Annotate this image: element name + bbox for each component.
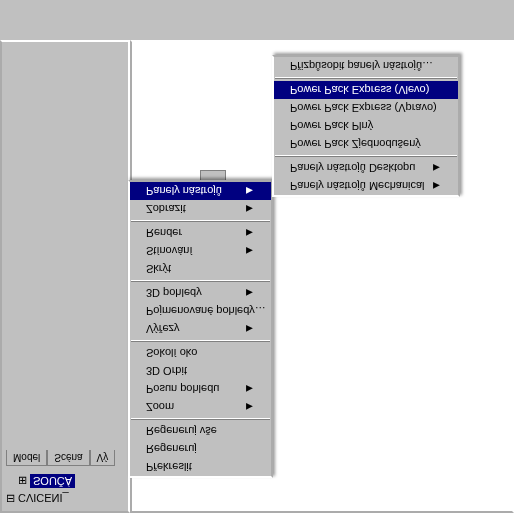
menu-item-label: Stínování xyxy=(146,245,192,257)
tab-vý[interactable]: Vý xyxy=(90,450,116,466)
submenu-arrow-icon: ▶ xyxy=(246,186,253,196)
menu-item-label: Power Pack Zjednodušený xyxy=(290,138,421,150)
menu-item[interactable]: Výřezy▶ xyxy=(130,320,271,338)
menu-item[interactable]: Render▶ xyxy=(130,224,271,242)
menu-item[interactable]: Stínování▶ xyxy=(130,242,271,260)
tab-model[interactable]: Model xyxy=(6,450,47,466)
submenu-arrow-icon: ▶ xyxy=(433,163,440,173)
tab-scéna[interactable]: Scéna xyxy=(47,450,89,466)
menu-item[interactable]: Sokolí oko xyxy=(130,344,271,362)
menu-item[interactable]: 3D Orbit xyxy=(130,362,271,380)
menu-item[interactable]: Power Pack Express (Vpravo) xyxy=(274,99,458,117)
menu-item-label: Výřezy xyxy=(146,323,180,335)
menu-item-label: Zobrazit xyxy=(146,203,186,215)
menu-item[interactable]: Panely nástrojů Desktopu▶ xyxy=(274,159,458,177)
menu-item-label: Panely nástrojů Desktopu xyxy=(290,162,415,174)
menu-item-label: Skrýt xyxy=(146,263,171,275)
menu-item-label: Posun pohledu xyxy=(146,383,219,395)
menu-item-label: Panely nástrojů Mechanical xyxy=(290,180,425,192)
sidebar: ⊟CVICENI_⊞SOUČÁ ModelScénaVý xyxy=(0,40,130,513)
submenu-arrow-icon: ▶ xyxy=(246,384,253,394)
zobrazit-menu: PřekreslitRegenerujRegeneruj všeZoom▶Pos… xyxy=(128,180,273,478)
submenu-arrow-icon: ▶ xyxy=(246,246,253,256)
menu-item-label: Panely nástrojů xyxy=(146,185,222,197)
menu-item[interactable]: Posun pohledu▶ xyxy=(130,380,271,398)
menu-item[interactable]: Pojmenované pohledy… xyxy=(130,302,271,320)
menu-item-label: Regeneruj xyxy=(146,443,197,455)
menu-item[interactable]: Regeneruj vše xyxy=(130,422,271,440)
menu-item-label: Regeneruj vše xyxy=(146,425,217,437)
menu-item[interactable]: Skrýt xyxy=(130,260,271,278)
menu-item-label: Překreslit xyxy=(146,461,192,473)
submenu-arrow-icon: ▶ xyxy=(246,402,253,412)
menu-item-label: 3D Orbit xyxy=(146,365,187,377)
panely-nastroju-submenu: Panely nástrojů Mechanical▶Panely nástro… xyxy=(272,55,460,197)
menu-item[interactable]: Zoom▶ xyxy=(130,398,271,416)
menu-item-label: Zoom xyxy=(146,401,174,413)
submenu-arrow-icon: ▶ xyxy=(246,324,253,334)
menu-item[interactable]: Panely nástrojů▶ xyxy=(130,182,271,200)
menu-item[interactable]: Zobrazit▶ xyxy=(130,200,271,218)
menu-item-label: Render xyxy=(146,227,182,239)
menu-item[interactable]: Regeneruj xyxy=(130,440,271,458)
expand-icon[interactable]: ⊞ xyxy=(18,475,27,488)
expand-icon[interactable]: ⊟ xyxy=(6,492,15,505)
submenu-arrow-icon: ▶ xyxy=(246,228,253,238)
submenu-arrow-icon: ▶ xyxy=(433,181,440,191)
menu-item[interactable]: Power Pack Plný xyxy=(274,117,458,135)
menu-item[interactable]: Power Pack Zjednodušený xyxy=(274,135,458,153)
menu-item[interactable]: 3D pohledy▶ xyxy=(130,284,271,302)
tree-label: SOUČÁ xyxy=(30,474,75,488)
menu-item-label: 3D pohledy xyxy=(146,287,202,299)
menu-item-label: Power Pack Plný xyxy=(290,120,373,132)
menu-item[interactable]: Přizpůsobit panely nástrojů… xyxy=(274,57,458,75)
tree-label: CVICENI_ xyxy=(18,493,69,505)
submenu-arrow-icon: ▶ xyxy=(246,204,253,214)
menu-item-label: Power Pack Express (Vpravo) xyxy=(290,102,437,114)
menu-item[interactable]: Power Pack Express (Vlevo) xyxy=(274,81,458,99)
menu-item[interactable]: Překreslit xyxy=(130,458,271,476)
menu-item-label: Pojmenované pohledy… xyxy=(146,305,266,317)
menu-item-label: Power Pack Express (Vlevo) xyxy=(290,84,429,96)
tree-item[interactable]: ⊞SOUČÁ xyxy=(6,472,124,490)
submenu-arrow-icon: ▶ xyxy=(246,288,253,298)
sidebar-tabs: ModelScénaVý xyxy=(6,450,124,466)
menu-item-label: Sokolí oko xyxy=(146,347,197,359)
menu-item-label: Přizpůsobit panely nástrojů… xyxy=(290,60,433,72)
menu-item[interactable]: Panely nástrojů Mechanical▶ xyxy=(274,177,458,195)
tree-item[interactable]: ⊟CVICENI_ xyxy=(6,490,124,507)
